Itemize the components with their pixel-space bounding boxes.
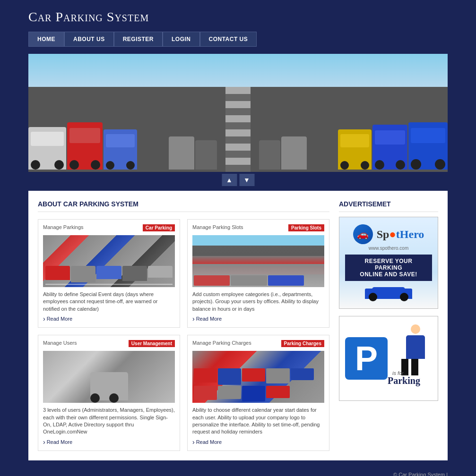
ad-title: ADVERTISEMET xyxy=(339,200,438,212)
carousel-controls: ▲ ▼ xyxy=(222,174,254,186)
spothero-name: Sp●tHero xyxy=(377,228,424,241)
card-image-1 xyxy=(43,235,175,287)
card-badge-3: User Management xyxy=(129,340,175,347)
hero-section: ▲ ▼ xyxy=(28,54,448,172)
cars-left xyxy=(28,84,217,172)
left-section: ABOUT CAR PARKING SYSTEM Manage Parkings… xyxy=(38,200,329,451)
footer: © Car Parking System | xyxy=(0,465,476,476)
parking-ad-inner: P is for... Parking xyxy=(345,322,432,395)
main-content: ABOUT CAR PARKING SYSTEM Manage Parkings… xyxy=(28,191,448,460)
spothero-car xyxy=(365,285,412,301)
card-badge-2: Parking Slots xyxy=(288,224,324,231)
card-image-3 xyxy=(43,351,175,403)
card-label-4: Manage Parking Charges xyxy=(192,340,251,346)
spothero-logo-row: 🚗 Sp●tHero xyxy=(353,224,424,244)
center-lane xyxy=(225,87,251,172)
card-text-3: 3 levels of users (Administrators, Manag… xyxy=(43,407,175,436)
card-parking-slots: Manage Parking Slots Parking Slots Add c… xyxy=(187,219,329,328)
hero-image xyxy=(28,54,448,172)
cars-right xyxy=(259,84,448,172)
card-header-1: Manage Parkings Car Parking xyxy=(43,224,175,231)
footer-text: © Car Parking System | xyxy=(393,472,448,476)
read-more-4[interactable]: Read More xyxy=(192,438,324,446)
header: Car Parking System HOME ABOUT US REGISTE… xyxy=(0,0,476,54)
card-manage-parkings: Manage Parkings Car Parking xyxy=(38,219,180,328)
spothero-ad: 🚗 Sp●tHero www.spothero.com RESERVE YOUR… xyxy=(339,217,438,309)
card-header-3: Manage Users User Management xyxy=(43,340,175,347)
card-manage-users: Manage Users User Management 3 levels of… xyxy=(38,335,180,451)
card-label-3: Manage Users xyxy=(43,340,77,346)
card-text-1: Ability to define Special Event days (da… xyxy=(43,291,175,313)
spothero-icon: 🚗 xyxy=(353,224,373,244)
cards-grid: Manage Parkings Car Parking xyxy=(38,219,329,451)
nav-home[interactable]: HOME xyxy=(28,32,64,47)
card-badge-1: Car Parking xyxy=(143,224,175,231)
card-header-2: Manage Parking Slots Parking Slots xyxy=(192,224,324,231)
card-label-2: Manage Parking Slots xyxy=(192,224,243,230)
nav-contact[interactable]: CONTACT US xyxy=(200,32,257,47)
carousel-down-button[interactable]: ▼ xyxy=(239,174,254,186)
p-sign: P xyxy=(345,337,388,380)
parking-word: Parking xyxy=(388,375,420,386)
read-more-1[interactable]: Read More xyxy=(43,315,175,323)
sidebar: ADVERTISEMET 🚗 Sp●tHero www.spothero.com… xyxy=(339,200,438,451)
navigation: HOME ABOUT US REGISTER LOGIN CONTACT US xyxy=(28,32,448,47)
nav-login[interactable]: LOGIN xyxy=(163,32,200,47)
section-title: ABOUT CAR PARKING SYSTEM xyxy=(38,200,329,212)
nav-register[interactable]: REGISTER xyxy=(114,32,163,47)
dot-circle: ● xyxy=(389,228,396,240)
parking-scene xyxy=(28,54,448,172)
carousel-up-button[interactable]: ▲ xyxy=(222,174,237,186)
nav-about[interactable]: ABOUT US xyxy=(64,32,114,47)
spothero-cta: RESERVE YOUR PARKINGONLINE AND SAVE! xyxy=(345,255,432,281)
card-header-4: Manage Parking Charges Parking Charges xyxy=(192,340,324,347)
card-image-2 xyxy=(192,235,324,287)
parking-ad: P is for... Parking xyxy=(339,316,438,401)
read-more-2[interactable]: Read More xyxy=(192,315,324,323)
card-badge-4: Parking Charges xyxy=(281,340,324,347)
site-title: Car Parking System xyxy=(28,9,448,25)
card-image-4 xyxy=(192,351,324,403)
card-parking-charges: Manage Parking Charges Parking Charges xyxy=(187,335,329,451)
hero-text: tHero xyxy=(396,228,424,240)
spot-text: Sp xyxy=(377,228,389,240)
spothero-url: www.spothero.com xyxy=(369,246,408,251)
card-text-4: Ability to choose different calendar yea… xyxy=(192,407,324,436)
card-label-1: Manage Parkings xyxy=(43,224,84,230)
read-more-3[interactable]: Read More xyxy=(43,438,175,446)
card-text-2: Add custom employee categories (i.e., de… xyxy=(192,291,324,313)
